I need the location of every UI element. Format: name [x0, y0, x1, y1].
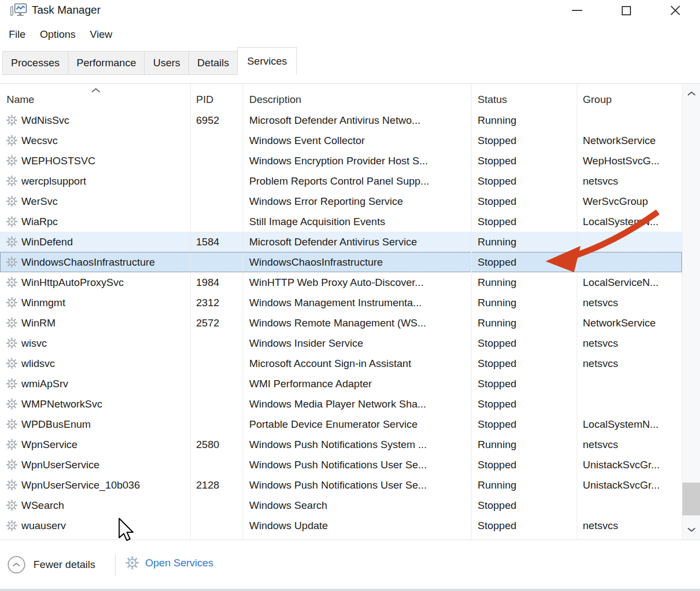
service-row[interactable]: wercplsupport Problem Reports Control Pa… [0, 171, 682, 191]
service-row[interactable]: WinDefend 1584 Microsoft Defender Antivi… [0, 232, 682, 252]
fewer-details-label: Fewer details [33, 559, 95, 571]
tab-performance[interactable]: Performance [68, 51, 145, 75]
service-status: Running [471, 110, 577, 130]
chevron-up-icon [687, 91, 696, 96]
service-row[interactable]: WindowsChaosInfrastructure WindowsChaosI… [0, 252, 682, 272]
tab-services[interactable]: Services [237, 47, 297, 75]
service-row[interactable]: WpnUserService_10b036 2128 Windows Push … [0, 475, 682, 495]
service-gear-icon [6, 378, 18, 389]
service-row[interactable]: wisvc Windows Insider Service Stopped ne… [0, 333, 682, 353]
service-status: Stopped [471, 353, 577, 374]
service-status: Stopped [471, 333, 577, 353]
service-description: Windows Media Player Network Sha... [243, 394, 471, 414]
service-name-cell: WinHttpAutoProxySvc [0, 272, 190, 292]
service-status: Running [471, 272, 577, 292]
column-header-pid[interactable]: PID [190, 84, 243, 110]
service-row[interactable]: wmiApSrv WMI Performance Adapter Stopped [0, 374, 682, 394]
service-name-cell: WinRM [0, 313, 190, 333]
service-gear-icon [6, 175, 18, 187]
service-group [577, 232, 682, 252]
service-pid [190, 130, 243, 151]
maximize-button[interactable] [601, 0, 651, 21]
service-pid [190, 394, 243, 414]
tab-processes[interactable]: Processes [2, 51, 68, 75]
tab-users[interactable]: Users [144, 51, 189, 75]
service-description: WMI Performance Adapter [243, 374, 471, 394]
service-description: Windows Event Collector [243, 130, 471, 151]
service-group [577, 110, 682, 130]
scroll-up-button[interactable] [682, 85, 700, 102]
service-name: wercplsupport [21, 175, 86, 187]
service-pid [190, 151, 243, 171]
service-row[interactable]: WdNisSvc 6952 Microsoft Defender Antivir… [0, 110, 682, 130]
service-name: WpnUserService_10b036 [21, 479, 140, 491]
open-services-link[interactable]: Open Services [125, 556, 214, 570]
service-row[interactable]: WpnService 2580 Windows Push Notificatio… [0, 434, 682, 455]
column-header-group[interactable]: Group [577, 84, 682, 110]
service-name-cell: WpnUserService [0, 455, 190, 475]
service-group: netsvcs [577, 333, 682, 353]
service-row[interactable]: wuauserv Windows Update Stopped netsvcs [0, 515, 682, 536]
service-description: Portable Device Enumerator Service [243, 414, 471, 434]
service-row[interactable]: WiaRpc Still Image Acquisition Events St… [0, 211, 682, 232]
service-row[interactable]: WpnUserService Windows Push Notification… [0, 455, 682, 475]
service-description: Windows Push Notifications User Se... [243, 455, 471, 475]
service-group: netsvcs [577, 434, 682, 455]
window-title: Task Manager [32, 1, 101, 19]
service-row[interactable]: Wecsvc Windows Event Collector Stopped N… [0, 130, 682, 151]
service-status: Stopped [471, 394, 577, 414]
service-pid [190, 515, 243, 536]
service-group: netsvcs [577, 292, 682, 313]
service-pid [190, 211, 243, 232]
service-gear-icon [6, 479, 18, 491]
service-row[interactable]: WinRM 2572 Windows Remote Management (WS… [0, 313, 682, 333]
service-row[interactable]: WerSvc Windows Error Reporting Service S… [0, 191, 682, 211]
service-status: Running [471, 313, 577, 333]
vertical-scrollbar[interactable] [682, 84, 700, 540]
service-group: NetworkService [577, 130, 682, 151]
fewer-details-button[interactable]: Fewer details [8, 556, 95, 573]
scroll-down-button[interactable] [682, 521, 700, 538]
minimize-icon [572, 10, 582, 11]
service-status: Stopped [471, 414, 577, 434]
menu-item-file[interactable]: File [2, 22, 33, 47]
service-pid: 2580 [190, 434, 243, 455]
service-name: WinRM [21, 317, 55, 329]
service-name-cell: WindowsChaosInfrastructure [0, 252, 190, 272]
service-name: WPDBusEnum [21, 418, 91, 431]
service-rows: WdNisSvc 6952 Microsoft Defender Antivir… [0, 110, 682, 536]
service-pid [190, 252, 243, 272]
service-row[interactable]: WinHttpAutoProxySvc 1984 WinHTTP Web Pro… [0, 272, 682, 292]
service-row[interactable]: WEPHOSTSVC Windows Encryption Provider H… [0, 151, 682, 171]
tab-details[interactable]: Details [188, 51, 238, 75]
service-description: Microsoft Account Sign-in Assistant [243, 353, 471, 374]
service-status: Stopped [471, 455, 577, 475]
service-name: WiaRpc [21, 216, 58, 228]
column-header-status[interactable]: Status [471, 84, 577, 110]
service-pid: 2312 [190, 292, 243, 313]
service-row[interactable]: WMPNetworkSvc Windows Media Player Netwo… [0, 394, 682, 414]
service-group: NetworkService [577, 313, 682, 333]
service-row[interactable]: wlidsvc Microsoft Account Sign-in Assist… [0, 353, 682, 374]
service-row[interactable]: WSearch Windows Search Stopped [0, 495, 682, 515]
service-name-cell: WiaRpc [0, 211, 190, 232]
column-header-description[interactable]: Description [243, 84, 471, 110]
service-gear-icon [6, 418, 18, 430]
service-description: Windows Search [243, 495, 471, 515]
menu-item-view[interactable]: View [83, 22, 119, 47]
service-group: netsvcs [577, 353, 682, 374]
scrollbar-thumb[interactable] [682, 483, 700, 515]
service-name-cell: WerSvc [0, 191, 190, 211]
close-button[interactable] [651, 0, 700, 21]
service-group [577, 495, 682, 515]
service-name-cell: WSearch [0, 495, 190, 515]
menu-item-options[interactable]: Options [33, 22, 83, 47]
service-gear-icon [6, 398, 18, 410]
minimize-button[interactable] [552, 0, 601, 21]
service-row[interactable]: WPDBusEnum Portable Device Enumerator Se… [0, 414, 682, 434]
service-name: WSearch [21, 500, 64, 512]
service-name: Winmgmt [21, 297, 65, 309]
task-manager-app-icon [10, 2, 27, 20]
service-row[interactable]: Winmgmt 2312 Windows Management Instrume… [0, 292, 682, 313]
service-name-cell: WEPHOSTSVC [0, 151, 190, 171]
